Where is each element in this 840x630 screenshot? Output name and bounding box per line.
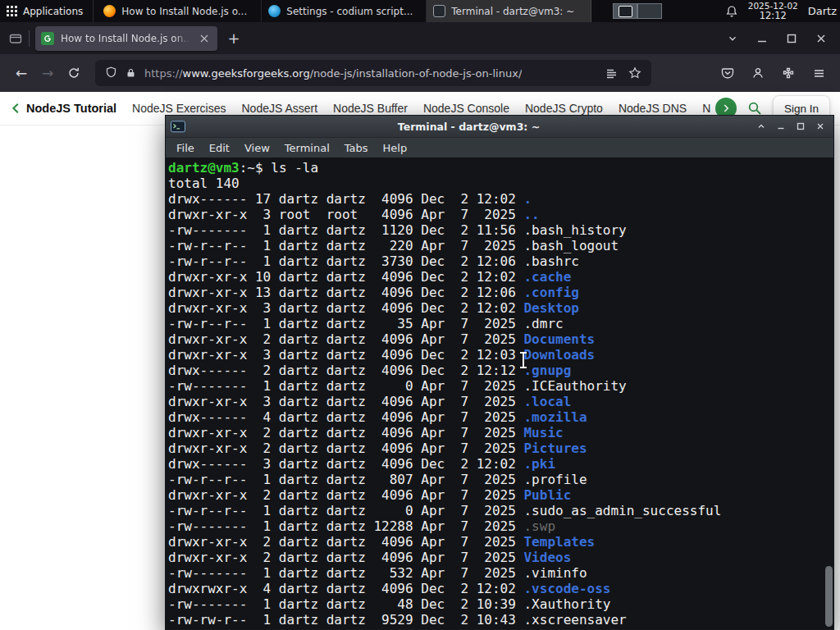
- terminal-scrollbar[interactable]: [824, 158, 833, 629]
- task-button[interactable]: How to Install Node.js o...: [97, 0, 262, 22]
- file-name: .vscode-oss: [523, 581, 610, 596]
- terminal-menu-edit[interactable]: Edit: [202, 142, 237, 154]
- pocket-icon[interactable]: [714, 60, 741, 86]
- task-button[interactable]: Terminal - dartz@vm3: ~: [427, 0, 591, 22]
- prompt-user-host: dartz@vm3: [168, 160, 240, 176]
- extensions-icon[interactable]: [775, 60, 801, 86]
- user-menu[interactable]: Dartz: [808, 5, 837, 17]
- minimize-button[interactable]: [750, 28, 774, 49]
- terminal-line: drwx------ 2 dartz dartz 4096 Dec 2 12:1…: [168, 363, 822, 378]
- lock-icon[interactable]: [126, 67, 136, 79]
- gfg-nav-link[interactable]: NodeJS Exercises: [132, 102, 226, 115]
- tab-title: How to Install Node.js on...: [61, 33, 190, 44]
- codium-icon: [268, 5, 281, 17]
- tracking-shield-icon[interactable]: [105, 66, 117, 80]
- window-buttons: How to Install Node.js o...Settings - co…: [97, 0, 591, 22]
- clock-time: 12:12: [748, 11, 798, 21]
- panel-right: 2025-12-02 12:12 Dartz: [725, 1, 840, 21]
- terminal-minimize-icon[interactable]: [772, 118, 789, 135]
- gfg-links: NodeJS TutorialNodeJS ExercisesNodeJS As…: [26, 102, 710, 115]
- file-name: .ICEauthority: [523, 378, 626, 394]
- gfg-nav-link[interactable]: NodeJS Assert: [242, 102, 318, 115]
- gfg-nav-link[interactable]: Node: [702, 102, 710, 115]
- file-name: .xscreensaver: [523, 612, 626, 628]
- terminal-prompt-line: dartz@vm3:~$ ls -la: [168, 160, 822, 176]
- terminal-maximize-icon[interactable]: [792, 118, 809, 135]
- close-button[interactable]: [809, 28, 833, 49]
- url-text: https://www.geeksforgeeks.org/node-js/in…: [144, 67, 522, 80]
- prompt-symbol: :~$: [240, 160, 263, 176]
- terminal-line: -rw------- 1 dartz dartz 0 Apr 7 2025 .I…: [168, 378, 822, 394]
- gfg-nav-link[interactable]: NodeJS Console: [423, 102, 509, 115]
- terminal-line: drwxr-xr-x 2 dartz dartz 4096 Apr 7 2025…: [168, 441, 822, 456]
- gfg-nav-link[interactable]: NodeJS Crypto: [525, 102, 603, 115]
- prompt-command: ls -la: [263, 160, 318, 176]
- terminal-line: drwx------ 4 dartz dartz 4096 Apr 7 2025…: [168, 409, 822, 425]
- terminal-line: drwx------ 17 dartz dartz 4096 Dec 2 12:…: [168, 191, 822, 207]
- terminal-window: Terminal - dartz@vm3: ~ FileEditViewTerm…: [165, 115, 834, 630]
- file-name: Music: [523, 425, 563, 441]
- gfg-nav-link[interactable]: NodeJS Tutorial: [26, 102, 116, 115]
- terminal-line: drwxr-xr-x 3 dartz dartz 4096 Dec 2 12:0…: [168, 347, 822, 363]
- new-tab-button[interactable]: +: [222, 27, 245, 50]
- reload-icon[interactable]: [61, 60, 87, 86]
- terminal-body[interactable]: dartz@vm3:~$ ls -la total 140drwx------ …: [166, 158, 833, 629]
- terminal-line: drwxr-xr-x 3 dartz dartz 4096 Apr 7 2025…: [168, 394, 822, 409]
- reader-view-icon[interactable]: [605, 67, 618, 80]
- forward-icon[interactable]: →: [34, 60, 61, 86]
- terminal-close-icon[interactable]: [811, 118, 829, 135]
- task-title: Settings - codium script...: [286, 6, 419, 17]
- terminal-menu-file[interactable]: File: [169, 142, 202, 154]
- terminal-line: -rw------- 1 dartz dartz 532 Apr 7 2025 …: [168, 565, 822, 581]
- task-button[interactable]: Settings - codium script...: [262, 0, 427, 22]
- menu-hamburger-icon[interactable]: [806, 60, 832, 86]
- gfg-search-icon[interactable]: [747, 101, 762, 116]
- workspace-1[interactable]: [613, 3, 637, 19]
- gfg-nav-link[interactable]: NodeJS DNS: [619, 102, 687, 115]
- file-name: .bash_logout: [523, 238, 619, 253]
- maximize-button[interactable]: [779, 28, 804, 49]
- terminal-line: total 140: [168, 176, 822, 191]
- terminal-menu-tabs[interactable]: Tabs: [337, 142, 376, 154]
- list-tabs-icon[interactable]: [720, 28, 745, 49]
- terminal-titlebar[interactable]: Terminal - dartz@vm3: ~: [166, 116, 833, 137]
- terminal-window-title: Terminal - dartz@vm3: ~: [190, 121, 747, 133]
- bookmark-star-icon[interactable]: [628, 66, 641, 80]
- terminal-line: -rw-r--r-- 1 dartz dartz 35 Apr 7 2025 .…: [168, 316, 822, 331]
- file-name: .gnupg: [523, 363, 571, 378]
- terminal-line: drwxr-xr-x 2 dartz dartz 4096 Apr 7 2025…: [168, 550, 822, 565]
- workspace-window-thumb: [619, 6, 632, 17]
- file-name: ..: [523, 207, 539, 222]
- back-icon[interactable]: ←: [8, 60, 34, 86]
- tabbar-right: [720, 28, 833, 49]
- terminal-menu-view[interactable]: View: [237, 142, 277, 154]
- url-bar[interactable]: https://www.geeksforgeeks.org/node-js/in…: [95, 60, 651, 86]
- applications-grid-icon: [7, 6, 17, 16]
- workspace-2[interactable]: [637, 3, 662, 19]
- browser-tab[interactable]: How to Install Node.js on...: [35, 26, 217, 51]
- terminal-line: -rw------- 1 dartz dartz 1120 Dec 2 11:5…: [168, 222, 822, 238]
- clock[interactable]: 2025-12-02 12:12: [748, 1, 798, 21]
- terminal-line: drwxrwxr-x 4 dartz dartz 4096 Dec 2 12:0…: [168, 581, 822, 596]
- terminal-line: drwxr-xr-x 2 dartz dartz 4096 Apr 7 2025…: [168, 487, 822, 503]
- terminal-line: -rw-r--r-- 1 dartz dartz 0 Apr 7 2025 .s…: [168, 503, 822, 518]
- terminal-line: drwxr-xr-x 2 dartz dartz 4096 Apr 7 2025…: [168, 425, 822, 441]
- terminal-line: drwxr-xr-x 3 dartz dartz 4096 Dec 2 12:0…: [168, 300, 822, 316]
- terminal-line: drwx------ 3 dartz dartz 4096 Dec 2 12:0…: [168, 456, 822, 472]
- firefox-view-icon[interactable]: [5, 28, 26, 49]
- tab-close-icon[interactable]: [197, 31, 212, 46]
- file-name: Templates: [523, 534, 595, 550]
- notification-bell-icon[interactable]: [725, 5, 738, 18]
- applications-menu[interactable]: Applications: [0, 0, 94, 22]
- file-name: Downloads: [523, 347, 595, 363]
- gfg-favicon: [41, 32, 54, 45]
- gfg-nav-link[interactable]: NodeJS Buffer: [333, 102, 408, 115]
- account-icon[interactable]: [745, 60, 771, 86]
- gfg-scroll-left-icon[interactable]: [10, 102, 23, 115]
- terminal-line: drwxr-xr-x 10 dartz dartz 4096 Dec 2 12:…: [168, 269, 822, 285]
- terminal-menu-help[interactable]: Help: [376, 142, 415, 154]
- file-name: Documents: [523, 331, 595, 347]
- terminal-menu-terminal[interactable]: Terminal: [277, 142, 337, 154]
- scrollbar-thumb[interactable]: [825, 566, 833, 627]
- shade-icon[interactable]: [752, 118, 769, 135]
